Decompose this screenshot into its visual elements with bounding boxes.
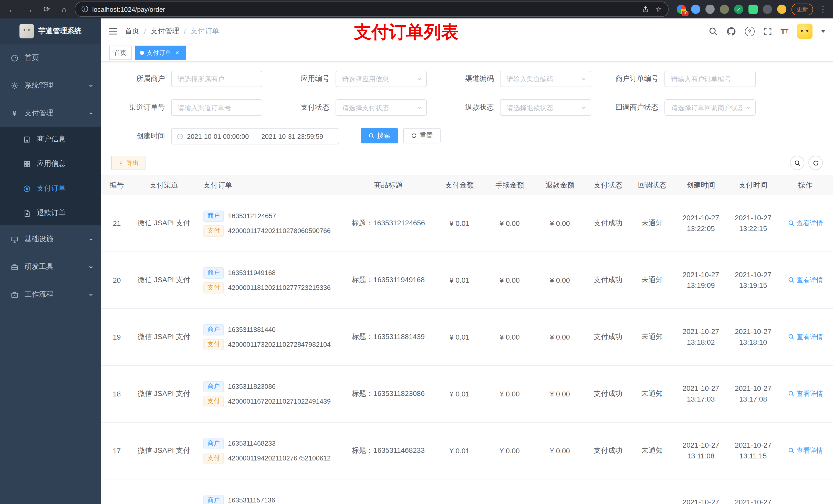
app-logo[interactable]: 芋道管理系统 <box>0 19 101 44</box>
breadcrumb-payment[interactable]: 支付管理 <box>151 27 179 36</box>
refresh-table-button[interactable] <box>808 156 823 170</box>
cell-pay-status: 支付成功 <box>585 479 631 504</box>
view-detail-link[interactable]: 查看详情 <box>788 219 823 228</box>
toggle-search-button[interactable] <box>790 156 804 170</box>
sidebar-item-system[interactable]: 系统管理 <box>0 72 101 99</box>
cell-title: 标题：1635311949168 <box>342 252 434 309</box>
github-icon[interactable] <box>726 26 736 36</box>
caret-down-icon[interactable] <box>821 30 825 32</box>
cell-create-time: 2021-10-2713:11:08 <box>673 422 729 479</box>
browser-update-button[interactable]: 更新 <box>791 3 813 15</box>
tab-pay-order[interactable]: 支付订单 × <box>135 46 186 60</box>
logo-image <box>20 24 34 39</box>
menu-label: 商户信息 <box>37 135 66 144</box>
avatar[interactable] <box>797 24 812 39</box>
tab-home[interactable]: 首页 <box>109 46 132 60</box>
table-head-row: 编号支付渠道支付订单商品标题支付金额手续金额退款金额支付状态回调状态创建时间支付… <box>101 175 833 195</box>
sidebar-item-infra[interactable]: 基础设施 <box>0 225 101 253</box>
refund-status-input[interactable] <box>500 99 591 116</box>
cell-title: 标题：1635311157136 <box>342 479 434 504</box>
share-icon[interactable] <box>642 6 649 13</box>
grid-icon <box>23 160 31 168</box>
merchant-tag: 商户 <box>204 438 224 449</box>
filter-refund-status: 退款状态 <box>440 99 591 116</box>
sidebar-item-refund-order[interactable]: 退款订单 <box>0 201 101 225</box>
pay-order-no: 4200001181202110277723215336 <box>228 284 331 291</box>
bookmark-star-icon[interactable]: ☆ <box>656 5 662 13</box>
extension-icon[interactable]: 10 <box>677 5 686 14</box>
extension-icon[interactable] <box>748 5 758 14</box>
fullscreen-icon[interactable] <box>763 27 772 35</box>
notify-status-select[interactable] <box>664 99 756 116</box>
channel-code-select[interactable] <box>500 71 591 87</box>
pay-status-input[interactable] <box>336 99 427 116</box>
tags-view-bar: 首页 支付订单 × <box>101 44 833 62</box>
app-input[interactable] <box>336 71 427 87</box>
magnifier-icon <box>788 390 794 397</box>
extension-icon[interactable] <box>720 5 729 14</box>
merchant-select[interactable] <box>171 71 262 87</box>
info-icon[interactable]: ⓘ <box>81 5 88 14</box>
merchant-order-no-input[interactable] <box>664 71 756 87</box>
home-icon[interactable]: ⌂ <box>57 3 71 16</box>
pay-order-no: 4200001174202110278060590766 <box>228 227 331 235</box>
notify-status-input[interactable] <box>664 99 756 116</box>
sidebar-item-merchant-info[interactable]: 商户信息 <box>0 127 101 152</box>
profile-avatar-icon[interactable] <box>777 5 786 14</box>
channel-order-no-input[interactable] <box>171 99 262 116</box>
extension-icon[interactable] <box>691 5 700 14</box>
view-detail-link[interactable]: 查看详情 <box>788 446 823 455</box>
address-bar[interactable]: ⓘ localhost:1024/pay/order ☆ <box>75 2 669 17</box>
extension-icon[interactable] <box>706 5 715 14</box>
font-size-icon[interactable]: TT <box>781 27 788 35</box>
sidebar-item-payment[interactable]: ¥ 支付管理 <box>0 99 101 127</box>
pay-tag: 支付 <box>204 282 224 293</box>
sidebar-item-app-info[interactable]: 应用信息 <box>0 152 101 176</box>
reset-button[interactable]: 重置 <box>403 128 441 143</box>
export-button[interactable]: 导出 <box>111 156 145 170</box>
sidebar-item-workflow[interactable]: 工作流程 <box>0 281 101 308</box>
view-detail-link[interactable]: 查看详情 <box>788 389 823 399</box>
forward-icon[interactable]: → <box>23 3 36 16</box>
view-detail-link[interactable]: 查看详情 <box>788 503 823 504</box>
app-select[interactable] <box>336 71 427 87</box>
sidebar-item-pay-order[interactable]: 支付订单 <box>0 176 101 201</box>
filter-label: 商户订单编号 <box>604 74 664 83</box>
channel-code-input[interactable] <box>500 71 591 87</box>
sidebar-toggle-icon[interactable] <box>109 27 118 35</box>
filter-row: 渠道订单号 支付状态 退款状态 <box>111 99 823 116</box>
merchant-tag: 商户 <box>204 495 224 504</box>
filter-label: 创建时间 <box>111 131 171 141</box>
view-detail-link[interactable]: 查看详情 <box>788 332 823 342</box>
table-row: 18微信 JSAPI 支付商户1635311823086支付4200001167… <box>101 365 833 422</box>
close-icon[interactable]: × <box>174 49 181 56</box>
merchant-order-no-field[interactable] <box>664 71 756 87</box>
cell-pay-time: 2021-10-2713:17:08 <box>729 365 778 422</box>
cell-pay-status: 支付成功 <box>585 252 631 309</box>
view-detail-link[interactable]: 查看详情 <box>788 275 823 285</box>
sidebar-item-dev-tools[interactable]: 研发工具 <box>0 253 101 281</box>
cell-refund-amount: ¥ 0.00 <box>535 252 585 309</box>
search-button[interactable]: 搜索 <box>361 128 398 143</box>
create-time-range-picker[interactable]: 2021-10-01 00:00:00 - 2021-10-31 23:59:5… <box>171 128 339 144</box>
tab-label: 首页 <box>114 48 126 57</box>
filter-label: 应用编号 <box>276 74 336 83</box>
puzzle-extension-icon[interactable] <box>763 5 772 14</box>
reload-icon[interactable]: ⟳ <box>40 3 53 16</box>
cell-pay-status: 支付成功 <box>585 309 631 365</box>
extension-icon[interactable]: ✓ <box>734 5 743 14</box>
back-icon[interactable]: ← <box>5 3 19 16</box>
help-icon[interactable]: ? <box>745 26 754 36</box>
cell-id: 21 <box>101 195 133 252</box>
channel-order-no-field[interactable] <box>171 99 262 116</box>
breadcrumb-home[interactable]: 首页 <box>125 27 139 36</box>
refund-status-select[interactable] <box>500 99 591 116</box>
export-button-label: 导出 <box>126 159 139 167</box>
pay-status-select[interactable] <box>336 99 427 116</box>
sidebar-item-home[interactable]: 首页 <box>0 44 101 72</box>
search-icon[interactable] <box>708 27 717 36</box>
more-menu-icon[interactable]: ⋮ <box>818 5 828 14</box>
cell-actions: 查看详情 <box>778 252 833 309</box>
merchant-tag: 商户 <box>204 267 224 279</box>
merchant-input[interactable] <box>171 71 262 87</box>
